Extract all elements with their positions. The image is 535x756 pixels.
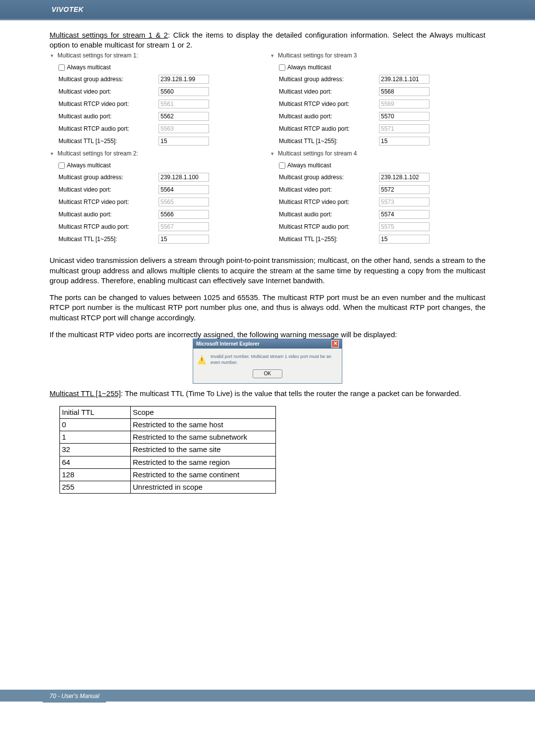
intro-paragraph: Multicast settings for stream 1 & 2: Cli… (50, 30, 485, 50)
ttl-tail: : The multicast TTL (Time To Live) is th… (121, 389, 461, 398)
stream1-rtcp-audio-input (159, 124, 209, 133)
audio-port-label: Multicast audio port: (270, 112, 379, 120)
stream4-video-input[interactable] (379, 185, 429, 194)
paragraph-3: If the multicast RTP video ports are inc… (50, 330, 397, 339)
ttl-label: Multicast TTL [1~255]: (270, 137, 379, 145)
video-port-label: Multicast video port: (50, 186, 159, 194)
header-bar: VIVOTEK (0, 0, 535, 19)
rtcp-video-port-label: Multicast RTCP video port: (270, 100, 379, 108)
multicast-block-stream2: ▾Multicast settings for stream 2: Always… (50, 149, 265, 247)
stream4-rtcp-audio-input (379, 222, 429, 231)
always-multicast-label: Always multicast (287, 162, 331, 169)
group-addr-label: Multicast group address: (50, 75, 159, 83)
stream2-title: Multicast settings for stream 2: (57, 150, 138, 157)
ttl-cell: Restricted to the same continent (131, 468, 276, 481)
paragraph-1: Unicast video transmission delivers a st… (50, 255, 485, 286)
stream4-always-row: Always multicast (270, 161, 438, 169)
stream3-group-input[interactable] (379, 75, 429, 84)
ttl-cell: Restricted to the same region (131, 456, 276, 468)
warning-dialog: Microsoft Internet Explorer ✕ ! Invalid … (193, 339, 342, 384)
stream3-video-input[interactable] (379, 87, 429, 96)
table-row: Initial TTL Scope (60, 406, 276, 418)
stream4-ttl-input[interactable] (379, 235, 429, 244)
ttl-cell: 64 (60, 456, 131, 468)
ttl-cell: Restricted to the same host (131, 418, 276, 431)
ttl-label: Multicast TTL [1~255]: (50, 235, 159, 243)
stream1-video-input[interactable] (159, 87, 209, 96)
stream1-header[interactable]: ▾Multicast settings for stream 1: (50, 50, 218, 60)
stream1-rtcp-video-input (159, 100, 209, 108)
ttl-cell: 128 (60, 468, 131, 481)
table-row: 128 Restricted to the same continent (60, 468, 276, 481)
ttl-cell: Restricted to the same subnetwork (131, 431, 276, 444)
table-row: 255 Unrestricted in scope (60, 481, 276, 494)
ttl-cell: Restricted to the same site (131, 444, 276, 456)
multicast-col-right: ▾Multicast settings for stream 3 Always … (270, 50, 485, 247)
always-multicast-label: Always multicast (67, 64, 111, 71)
stream3-ttl-input[interactable] (379, 137, 429, 146)
stream4-always-checkbox[interactable] (279, 162, 285, 169)
ttl-cell: Unrestricted in scope (131, 481, 276, 494)
stream4-rtcp-video-input (379, 198, 429, 206)
audio-port-label: Multicast audio port: (50, 210, 159, 218)
ttl-table: Initial TTL Scope 0 Restricted to the sa… (59, 406, 276, 494)
video-port-label: Multicast video port: (270, 186, 379, 194)
dialog-message: Invalid port number. Multicast stream 1 … (211, 353, 338, 365)
footer: 70 - User's Manual (0, 690, 535, 756)
stream3-rtcp-video-input (379, 100, 429, 108)
stream2-group-input[interactable] (159, 173, 209, 182)
stream4-audio-input[interactable] (379, 210, 429, 219)
chevron-down-icon: ▾ (271, 52, 278, 59)
paragraph-3-row: If the multicast RTP video ports are inc… (50, 330, 485, 384)
chevron-down-icon: ▾ (51, 52, 57, 59)
ttl-cell: 0 (60, 418, 131, 431)
dialog-message-row: ! Invalid port number. Multicast stream … (197, 353, 338, 365)
table-row: 0 Restricted to the same host (60, 418, 276, 431)
ttl-label: Multicast TTL [1~255]: (270, 235, 379, 243)
footer-bar: 70 - User's Manual (0, 690, 535, 702)
rtcp-video-port-label: Multicast RTCP video port: (50, 100, 159, 108)
group-addr-label: Multicast group address: (270, 173, 379, 181)
multicast-block-stream4: ▾Multicast settings for stream 4 Always … (270, 149, 485, 247)
dialog-titlebar: Microsoft Internet Explorer ✕ (193, 339, 342, 349)
stream1-ttl-input[interactable] (159, 137, 209, 146)
stream1-always-row: Always multicast (50, 63, 218, 71)
rtcp-video-port-label: Multicast RTCP video port: (270, 198, 379, 206)
stream2-rtcp-video-input (159, 198, 209, 206)
brand-label: VIVOTEK (9, 5, 84, 13)
rtcp-audio-port-label: Multicast RTCP audio port: (50, 125, 159, 133)
paragraph-2: The ports can be changed to values betwe… (50, 293, 485, 323)
audio-port-label: Multicast audio port: (50, 112, 159, 120)
stream3-header[interactable]: ▾Multicast settings for stream 3 (270, 50, 438, 60)
ttl-cell: 1 (60, 431, 131, 444)
stream2-always-checkbox[interactable] (58, 162, 65, 169)
always-multicast-label: Always multicast (67, 162, 111, 169)
multicast-block-stream3: ▾Multicast settings for stream 3 Always … (270, 50, 485, 149)
stream3-rtcp-audio-input (379, 124, 429, 133)
stream2-always-row: Always multicast (50, 161, 218, 169)
ttl-label: Multicast TTL [1~255]: (50, 137, 159, 145)
rtcp-video-port-label: Multicast RTCP video port: (50, 198, 159, 206)
table-row: 64 Restricted to the same region (60, 456, 276, 468)
rtcp-audio-port-label: Multicast RTCP audio port: (270, 223, 379, 231)
stream1-audio-input[interactable] (159, 112, 209, 121)
stream4-header[interactable]: ▾Multicast settings for stream 4 (270, 149, 438, 158)
stream3-always-row: Always multicast (270, 63, 438, 71)
stream2-audio-input[interactable] (159, 210, 209, 219)
ttl-cell: 255 (60, 481, 131, 494)
rtcp-audio-port-label: Multicast RTCP audio port: (270, 125, 379, 133)
table-row: 1 Restricted to the same subnetwork (60, 431, 276, 444)
stream4-title: Multicast settings for stream 4 (278, 150, 357, 157)
stream3-always-checkbox[interactable] (279, 64, 285, 71)
stream4-group-input[interactable] (379, 173, 429, 182)
stream2-ttl-input[interactable] (159, 235, 209, 244)
stream1-title: Multicast settings for stream 1: (57, 52, 138, 59)
stream2-header[interactable]: ▾Multicast settings for stream 2: (50, 149, 218, 158)
stream3-audio-input[interactable] (379, 112, 429, 121)
audio-port-label: Multicast audio port: (270, 210, 379, 218)
stream1-group-input[interactable] (159, 75, 209, 84)
stream1-always-checkbox[interactable] (58, 64, 65, 71)
stream2-video-input[interactable] (159, 185, 209, 194)
close-icon[interactable]: ✕ (331, 340, 339, 348)
dialog-ok-button[interactable]: OK (253, 369, 282, 378)
